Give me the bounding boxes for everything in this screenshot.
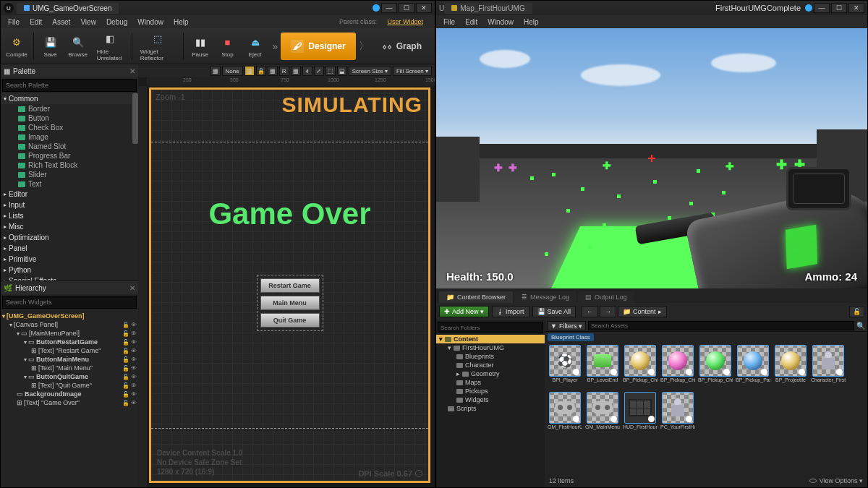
lock-button[interactable]: 🔓 xyxy=(849,306,864,317)
menu-window[interactable]: Window xyxy=(483,17,518,27)
asset-thumbnail[interactable]: BP_Pickup_Child_Ammo xyxy=(623,345,658,389)
asset-thumbnail[interactable]: GM_FirstHourUMG xyxy=(548,392,582,436)
save-button[interactable]: 💾Save xyxy=(38,33,64,59)
hide-unrelated-button[interactable]: ◧Hide Unrelated xyxy=(93,30,128,63)
gear-icon[interactable] xyxy=(415,470,422,477)
tree-row[interactable]: ▾▭ ButtonQuitGame🔓👁 xyxy=(2,372,137,381)
palette-category[interactable]: ▸Input xyxy=(1,200,138,210)
source-folder[interactable]: Scripts xyxy=(436,404,545,413)
fill-screen-dropdown[interactable]: Fill Screen ▾ xyxy=(393,66,432,76)
palette-category[interactable]: ▸Primitive xyxy=(1,254,138,265)
palette-search-input[interactable] xyxy=(2,79,137,92)
palette-category[interactable]: ▸Editor xyxy=(1,189,138,200)
tree-row[interactable]: ▾▭ [MainMenuPanel]🔓👁 xyxy=(2,329,137,338)
tree-row[interactable]: ⊞ [Text] "Main Menu"🔓👁 xyxy=(2,364,137,372)
palette-item[interactable]: Progress Bar xyxy=(1,151,138,160)
assets-search-input[interactable] xyxy=(588,321,854,330)
asset-thumbnail[interactable]: Character_FirstHourUMG xyxy=(811,345,846,389)
palette-category[interactable]: ▸Misc xyxy=(1,221,138,232)
canvas-tool-button[interactable]: ▦ xyxy=(291,66,301,76)
tree-row[interactable]: ▭ BackgroundImage🔓👁 xyxy=(2,390,137,398)
tree-row[interactable]: ⊞ [Text] "Quit Game"🔓👁 xyxy=(2,381,137,390)
eye-icon[interactable]: 👁 xyxy=(131,322,137,328)
asset-thumbnail[interactable]: HUD_FirstHourUMG xyxy=(623,392,658,436)
source-folder[interactable]: Blueprints xyxy=(436,352,545,361)
restart-game-button[interactable]: Restart Game xyxy=(260,278,320,293)
quit-game-button[interactable]: Quit Game xyxy=(260,313,320,328)
maximize-button[interactable]: ☐ xyxy=(399,3,414,13)
pause-button[interactable]: ▮▮Pause xyxy=(187,33,213,59)
canvas-tool-button[interactable]: 4 xyxy=(302,66,312,76)
palette-item[interactable]: Image xyxy=(1,132,138,142)
palette-category[interactable]: ▸Special Effects xyxy=(1,275,138,281)
menu-help[interactable]: Help xyxy=(519,17,543,27)
tab-content-browser[interactable]: 📁Content Browser xyxy=(439,291,513,303)
hierarchy-tree[interactable]: ▾[UMG_GameOverScreen] ▾[Canvas Panel]🔓👁 … xyxy=(1,310,138,487)
palette-header[interactable]: ▦Palette✕ xyxy=(1,64,138,77)
palette-category[interactable]: ▸Optimization xyxy=(1,232,138,243)
filter-tag[interactable]: Blueprint Class xyxy=(548,333,594,341)
canvas-tool-button[interactable]: ▦ xyxy=(210,66,221,76)
minimize-button[interactable]: — xyxy=(381,3,397,13)
menu-asset[interactable]: Asset xyxy=(48,17,75,27)
main-menu-button[interactable]: Main Menu xyxy=(260,296,320,310)
source-folder[interactable]: Character xyxy=(436,361,545,369)
breadcrumb[interactable]: ← → 📁Content ▸ xyxy=(582,306,667,317)
add-new-button[interactable]: ✚Add New ▾ xyxy=(439,306,489,317)
close-button[interactable]: ✕ xyxy=(848,3,864,13)
screen-size-dropdown[interactable]: Screen Size ▾ xyxy=(349,66,391,76)
widget-reflector-button[interactable]: ⬚Widget Reflector xyxy=(136,30,179,63)
filters-dropdown[interactable]: ▼Filters ▾ xyxy=(547,321,586,330)
tree-row[interactable]: ⊞ [Text] "Restart Game"🔓👁 xyxy=(2,346,137,355)
palette-category[interactable]: ▸Python xyxy=(1,265,138,275)
canvas-viewport[interactable]: 250500750100012501500 Zoom -1 SIMULATING… xyxy=(138,77,435,487)
eject-button[interactable]: ⏏Eject xyxy=(242,33,268,59)
palette-item[interactable]: Rich Text Block xyxy=(1,160,138,170)
canvas-tool-button[interactable]: ⤢ xyxy=(314,66,324,76)
tree-row[interactable]: ⊞ [Text] "Game Over"🔓👁 xyxy=(2,398,137,407)
graph-mode-button[interactable]: ⬨⬨Graph xyxy=(372,33,432,60)
lock-icon[interactable]: 🔒 xyxy=(256,66,266,76)
document-tab[interactable]: UMG_GameOverScreen xyxy=(17,3,119,14)
palette-category[interactable]: ▸Panel xyxy=(1,243,138,254)
maximize-button[interactable]: ☐ xyxy=(831,3,847,13)
panel-close-icon[interactable]: ✕ xyxy=(129,284,135,292)
source-folder[interactable]: ▸Geometry xyxy=(436,369,545,378)
path-segment[interactable]: 📁Content ▸ xyxy=(618,306,667,317)
palette-category[interactable]: ▸Lists xyxy=(1,210,138,221)
tree-row[interactable]: ▾▭ ButtonRestartGame🔓👁 xyxy=(2,338,137,346)
parent-class-link[interactable]: User Widget xyxy=(383,17,427,27)
stop-button[interactable]: ■Stop xyxy=(215,33,241,59)
menu-file[interactable]: File xyxy=(4,17,24,27)
palette-list[interactable]: ▾Common Border Button Check Box Image Na… xyxy=(1,93,138,281)
source-control-icon[interactable] xyxy=(805,4,812,12)
source-folder[interactable]: Widgets xyxy=(436,395,545,404)
source-folder[interactable]: Maps xyxy=(436,378,545,387)
asset-thumbnail[interactable]: BP_LevelEnd xyxy=(585,345,620,389)
game-viewport[interactable]: ✚ ✚ ✚ ✚ ✚ ✚ Health: 150.0 Ammo: 24 xyxy=(436,28,867,288)
toolbar-overflow[interactable]: » xyxy=(270,40,281,52)
menu-help[interactable]: Help xyxy=(169,17,193,27)
source-folder[interactable]: Pickups xyxy=(436,387,545,395)
view-options-dropdown[interactable]: View Options ▾ xyxy=(820,477,863,484)
tree-row[interactable]: ▾▭ ButtonMainMenu🔓👁 xyxy=(2,355,137,364)
tab-message-log[interactable]: ≣Message Log xyxy=(514,291,576,303)
canvas-tool-button[interactable]: ⬚ xyxy=(326,66,336,76)
palette-category-common[interactable]: ▾Common xyxy=(1,93,138,104)
hierarchy-search-input[interactable] xyxy=(2,296,137,309)
panel-close-icon[interactable]: ✕ xyxy=(129,67,135,75)
asset-thumbnail[interactable]: ⚽BPI_Player xyxy=(548,345,582,389)
canvas-none-button[interactable]: None xyxy=(222,66,243,76)
search-icon[interactable]: 🔍 xyxy=(856,322,865,330)
sources-search-input[interactable] xyxy=(438,322,543,333)
canvas-tool-button[interactable]: ▥ xyxy=(244,66,255,76)
menu-file[interactable]: File xyxy=(439,17,459,27)
hierarchy-header[interactable]: 🌿Hierarchy✕ xyxy=(1,281,138,294)
game-over-text[interactable]: Game Over xyxy=(151,197,428,231)
palette-item[interactable]: Text xyxy=(1,179,138,189)
import-button[interactable]: ⭳Import xyxy=(492,306,529,317)
lock-icon[interactable]: 🔓 xyxy=(122,330,129,337)
menu-edit[interactable]: Edit xyxy=(25,17,46,27)
tree-row[interactable]: ▾[Canvas Panel]🔓👁 xyxy=(2,320,137,329)
asset-thumbnail[interactable]: BP_Pickup_Parent xyxy=(736,345,770,389)
